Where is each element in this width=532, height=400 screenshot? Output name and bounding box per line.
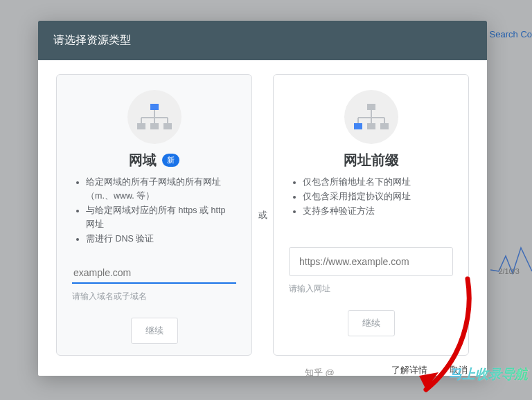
- domain-input[interactable]: [72, 262, 236, 284]
- url-prefix-icon: [289, 84, 453, 151]
- or-separator: 或: [252, 74, 273, 356]
- new-badge: 新: [162, 154, 179, 167]
- domain-card[interactable]: 网域 新 给定网域的所有子网域的所有网址（m.、www. 等） 与给定网域对应的…: [56, 74, 252, 356]
- modal-title: 请选择资源类型: [38, 21, 487, 60]
- url-prefix-card[interactable]: 网址前缀 仅包含所输地址名下的网址 仅包含采用指定协议的网址 支持多种验证方法 …: [273, 74, 469, 356]
- svg-rect-17: [354, 123, 362, 129]
- property-type-modal: 请选择资源类型 网域 新: [38, 21, 487, 376]
- learn-more-link[interactable]: 了解详情: [391, 364, 427, 376]
- domain-icon: [72, 84, 236, 151]
- domain-card-title: 网域: [129, 151, 157, 170]
- modal-footer: 了解详情 取消: [38, 361, 487, 383]
- url-prefix-bullets: 仅包含所输地址名下的网址 仅包含采用指定协议的网址 支持多种验证方法: [289, 175, 453, 232]
- domain-helper-text: 请输入域名或子域名: [72, 291, 236, 302]
- svg-rect-11: [367, 104, 375, 110]
- svg-rect-19: [380, 123, 389, 129]
- or-text: 或: [258, 209, 267, 221]
- svg-rect-8: [150, 123, 159, 129]
- list-item: 与给定网域对应的所有 https 或 http 网址: [86, 203, 236, 231]
- list-item: 仅包含采用指定协议的网址: [303, 190, 453, 203]
- svg-rect-18: [367, 123, 375, 129]
- svg-rect-1: [150, 104, 159, 110]
- svg-rect-7: [137, 123, 145, 129]
- url-prefix-card-title: 网址前缀: [344, 151, 399, 170]
- svg-rect-9: [163, 123, 172, 129]
- modal-body: 网域 新 给定网域的所有子网域的所有网址（m.、www. 等） 与给定网域对应的…: [38, 60, 487, 361]
- cancel-button[interactable]: 取消: [450, 364, 468, 376]
- url-prefix-input[interactable]: [289, 247, 453, 276]
- list-item: 仅包含所输地址名下的网址: [303, 175, 453, 189]
- list-item: 需进行 DNS 验证: [86, 232, 236, 246]
- url-prefix-helper-text: 请输入网址: [289, 283, 453, 295]
- list-item: 给定网域的所有子网域的所有网址（m.、www. 等）: [86, 175, 236, 203]
- domain-continue-button[interactable]: 继续: [131, 318, 178, 344]
- url-prefix-continue-button[interactable]: 继续: [348, 310, 395, 336]
- domain-bullets: 给定网域的所有子网域的所有网址（m.、www. 等） 与给定网域对应的所有 ht…: [72, 175, 236, 246]
- list-item: 支持多种验证方法: [303, 204, 453, 218]
